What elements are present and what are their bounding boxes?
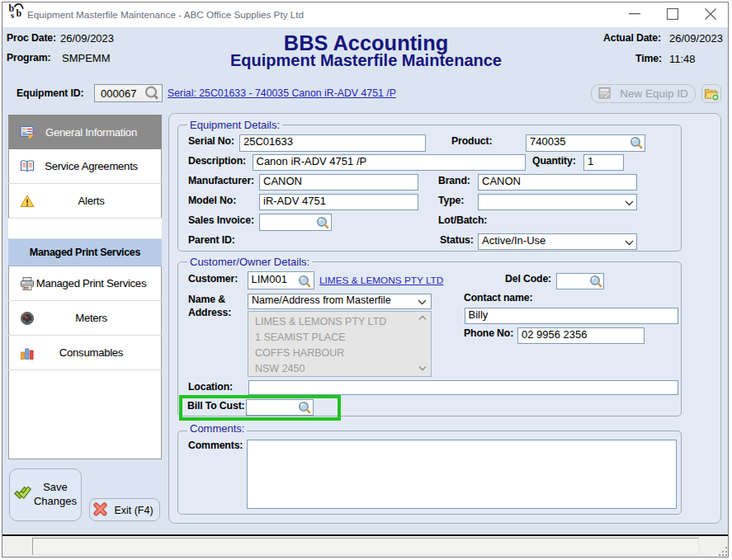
svg-text:s: s (11, 11, 14, 20)
svg-text:b: b (17, 7, 22, 19)
